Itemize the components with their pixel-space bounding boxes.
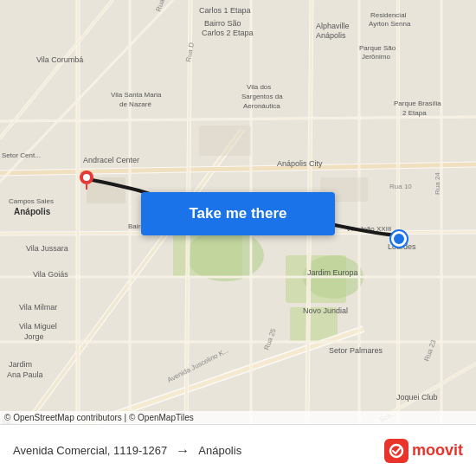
svg-text:Parque São: Parque São bbox=[359, 44, 396, 52]
moovit-text: moovit bbox=[412, 441, 463, 460]
route-to: Anápolis bbox=[198, 444, 241, 457]
svg-point-91 bbox=[83, 174, 90, 181]
origin-marker bbox=[76, 169, 97, 190]
svg-text:Campos Sales: Campos Sales bbox=[9, 197, 54, 205]
destination-marker bbox=[391, 231, 407, 247]
svg-text:de Nazaré: de Nazaré bbox=[119, 100, 151, 108]
svg-text:Ayrton Senna: Ayrton Senna bbox=[369, 20, 411, 28]
svg-text:Carlos 2 Etapa: Carlos 2 Etapa bbox=[202, 29, 254, 37]
svg-text:Residencial: Residencial bbox=[370, 11, 407, 19]
svg-text:Anápolis City: Anápolis City bbox=[277, 159, 323, 168]
moovit-icon bbox=[384, 439, 408, 463]
svg-text:Vila Goiás: Vila Goiás bbox=[33, 270, 68, 279]
svg-text:Bairro São: Bairro São bbox=[204, 19, 241, 28]
svg-text:Vila dos: Vila dos bbox=[247, 83, 271, 91]
svg-text:Vila Milmar: Vila Milmar bbox=[19, 303, 57, 312]
moovit-logo: moovit bbox=[384, 439, 463, 463]
svg-text:Alphaville: Alphaville bbox=[316, 22, 350, 30]
svg-text:Setor Palmares: Setor Palmares bbox=[329, 346, 383, 355]
svg-text:Parque Brasília: Parque Brasília bbox=[394, 100, 441, 107]
svg-text:Andracel Center: Andracel Center bbox=[83, 156, 139, 164]
svg-text:Sargentos da: Sargentos da bbox=[241, 93, 283, 100]
svg-text:Jerônimo: Jerônimo bbox=[362, 53, 390, 61]
svg-text:Aeronáutica: Aeronáutica bbox=[243, 102, 280, 110]
svg-text:Jardim: Jardim bbox=[9, 360, 32, 369]
svg-text:Jardim Europa: Jardim Europa bbox=[307, 268, 358, 277]
take-me-there-button[interactable]: Take me there bbox=[141, 192, 335, 235]
svg-text:Anápolis: Anápolis bbox=[14, 207, 51, 216]
svg-text:Vila Santa Maria: Vila Santa Maria bbox=[111, 91, 162, 99]
route-arrow: → bbox=[176, 443, 190, 459]
svg-text:Anápolis: Anápolis bbox=[316, 31, 346, 40]
svg-text:Vila Corumbá: Vila Corumbá bbox=[36, 55, 83, 64]
svg-text:Vila Miguel: Vila Miguel bbox=[19, 322, 57, 331]
svg-text:Setor Cent...: Setor Cent... bbox=[2, 151, 41, 159]
map-attribution: © OpenStreetMap contributors | © OpenMap… bbox=[0, 411, 476, 424]
svg-text:Novo Jundial: Novo Jundial bbox=[303, 306, 348, 315]
svg-text:Joquei Club: Joquei Club bbox=[396, 393, 438, 402]
map-container: Carlos 1 Etapa Bairro São Carlos 2 Etapa… bbox=[0, 0, 476, 424]
svg-text:Jorge: Jorge bbox=[24, 332, 44, 341]
svg-text:2 Etapa: 2 Etapa bbox=[402, 109, 427, 117]
svg-text:Vila Jussara: Vila Jussara bbox=[26, 244, 68, 253]
bottom-bar: Avenida Comercial, 1119-1267 → Anápolis … bbox=[0, 424, 476, 476]
svg-text:Ana Paula: Ana Paula bbox=[7, 370, 43, 379]
svg-text:Vila João XXIII: Vila João XXIII bbox=[346, 225, 391, 233]
svg-rect-43 bbox=[199, 125, 251, 156]
svg-text:Rua 10: Rua 10 bbox=[389, 183, 412, 190]
route-info: Avenida Comercial, 1119-1267 → Anápolis bbox=[13, 443, 384, 459]
svg-text:Rua 24: Rua 24 bbox=[434, 172, 441, 195]
svg-rect-92 bbox=[384, 439, 408, 463]
route-from: Avenida Comercial, 1119-1267 bbox=[13, 444, 167, 457]
svg-text:Carlos 1 Etapa: Carlos 1 Etapa bbox=[199, 6, 251, 15]
